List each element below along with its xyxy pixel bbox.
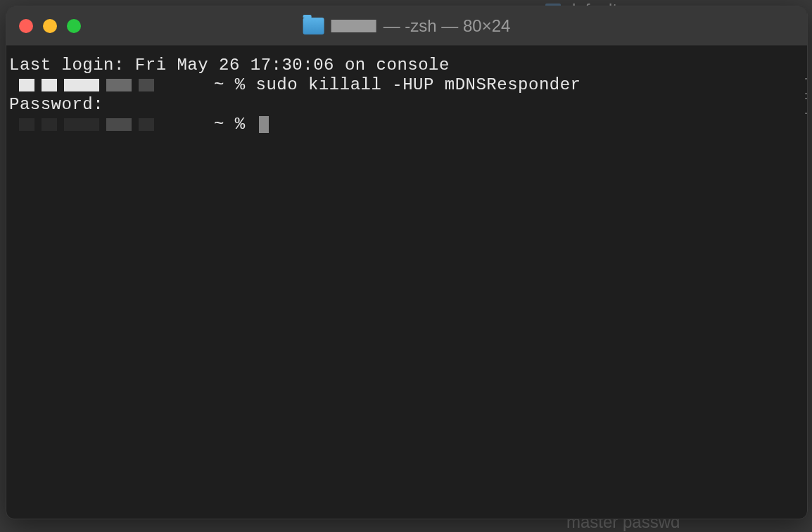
terminal-line: ~ % — [9, 115, 804, 134]
cursor — [259, 116, 269, 133]
redacted-user — [42, 79, 57, 91]
redacted-host — [139, 79, 154, 91]
redacted-host — [139, 118, 154, 131]
close-button[interactable] — [19, 19, 33, 33]
scroll-indicator: ] — [803, 77, 806, 96]
maximize-button[interactable] — [67, 19, 81, 33]
minimize-button[interactable] — [43, 19, 57, 33]
window-titlebar[interactable]: — -zsh — 80×24 — [6, 6, 807, 46]
terminal-line: ~ % sudo killall -HUP mDNSResponder ] — [9, 75, 804, 95]
traffic-lights — [19, 19, 81, 33]
redacted-user — [19, 79, 34, 91]
scroll-indicator: ] — [803, 96, 806, 116]
window-title-text: — -zsh — 80×24 — [383, 16, 511, 36]
redacted-user — [42, 118, 57, 131]
last-login-text: Last login: Fri May 26 17:30:06 on conso… — [9, 56, 450, 75]
prompt-symbol: ~ % — [203, 75, 256, 95]
password-prompt: Password: — [9, 95, 103, 115]
folder-icon — [303, 18, 324, 34]
terminal-content[interactable]: Last login: Fri May 26 17:30:06 on conso… — [6, 46, 807, 144]
redacted-user — [19, 118, 34, 131]
command-text: sudo killall -HUP mDNSResponder — [256, 75, 581, 95]
window-title: — -zsh — 80×24 — [303, 16, 511, 36]
terminal-window[interactable]: — -zsh — 80×24 Last login: Fri May 26 17… — [6, 6, 808, 519]
terminal-line: Password: ] — [9, 95, 804, 115]
redacted-host — [106, 118, 132, 131]
prompt-symbol: ~ % — [203, 115, 256, 134]
redacted-user — [64, 118, 99, 131]
redacted-user — [64, 79, 99, 91]
terminal-line: Last login: Fri May 26 17:30:06 on conso… — [9, 56, 804, 75]
title-redacted — [331, 20, 376, 32]
redacted-host — [106, 79, 132, 91]
